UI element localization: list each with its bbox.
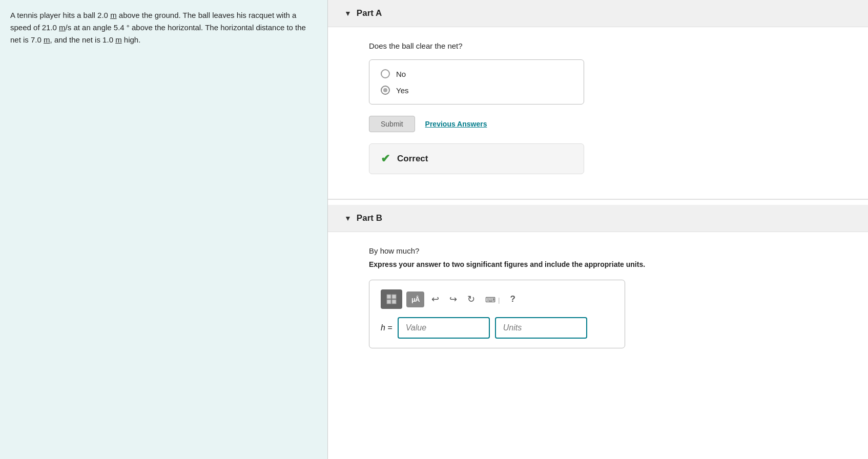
part-a-header[interactable]: ▼ Part A xyxy=(328,0,868,27)
undo-icon: ↩ xyxy=(431,294,439,304)
radio-no[interactable] xyxy=(381,69,390,78)
part-a-chevron: ▼ xyxy=(344,9,352,17)
part-b-question: By how much? xyxy=(369,246,827,255)
radio-yes[interactable] xyxy=(381,86,390,95)
part-b-instruction: Express your answer to two significant f… xyxy=(369,260,827,268)
part-b-chevron: ▼ xyxy=(344,214,352,222)
svg-rect-1 xyxy=(392,295,396,299)
symbol-icon: μÅ xyxy=(411,296,419,303)
help-button[interactable]: ? xyxy=(507,292,518,306)
problem-panel: A tennis player hits a ball 2.0 m above … xyxy=(0,0,328,459)
help-icon: ? xyxy=(510,294,515,304)
part-b-content: By how much? Express your answer to two … xyxy=(328,232,868,363)
svg-rect-2 xyxy=(387,300,391,304)
answer-panel: ▼ Part A Does the ball clear the net? No… xyxy=(328,0,868,459)
part-a-question: Does the ball clear the net? xyxy=(369,41,827,50)
option-no-label: No xyxy=(396,70,406,78)
answer-area: μÅ ↩ ↪ ↻ ⌨ | xyxy=(369,280,625,348)
svg-rect-0 xyxy=(387,295,391,299)
option-no[interactable]: No xyxy=(381,69,572,78)
options-box: No Yes xyxy=(369,59,584,105)
refresh-icon: ↻ xyxy=(467,294,475,304)
part-b-title: Part B xyxy=(357,213,382,223)
keyboard-separator: | xyxy=(498,297,500,304)
part-a-title: Part A xyxy=(357,8,382,18)
part-a-content: Does the ball clear the net? No Yes Subm… xyxy=(328,27,868,194)
keyboard-button[interactable]: ⌨ | xyxy=(482,292,503,307)
toolbar: μÅ ↩ ↪ ↻ ⌨ | xyxy=(381,289,613,309)
redo-button[interactable]: ↪ xyxy=(446,291,460,307)
input-label: h = xyxy=(381,323,392,332)
checkmark-icon: ✔ xyxy=(381,152,390,165)
symbol-button[interactable]: μÅ xyxy=(406,291,424,307)
submit-button[interactable]: Submit xyxy=(369,116,415,132)
part-b-header[interactable]: ▼ Part B xyxy=(328,205,868,232)
undo-button[interactable]: ↩ xyxy=(428,291,442,307)
option-yes[interactable]: Yes xyxy=(381,86,572,95)
units-input[interactable] xyxy=(495,317,587,339)
submit-row: Submit Previous Answers xyxy=(369,116,827,132)
keyboard-icon: ⌨ xyxy=(485,296,495,304)
value-input[interactable] xyxy=(398,317,490,339)
redo-icon: ↪ xyxy=(449,294,457,304)
input-row: h = xyxy=(381,317,613,339)
refresh-button[interactable]: ↻ xyxy=(464,291,478,307)
correct-text: Correct xyxy=(397,154,428,164)
previous-answers-link[interactable]: Previous Answers xyxy=(425,120,487,128)
problem-text: A tennis player hits a ball 2.0 m above … xyxy=(10,9,317,46)
correct-box: ✔ Correct xyxy=(369,143,584,174)
svg-rect-3 xyxy=(392,300,396,304)
blocks-icon xyxy=(386,294,397,305)
option-yes-label: Yes xyxy=(396,86,408,95)
part-divider xyxy=(328,199,868,200)
blocks-button[interactable] xyxy=(381,289,402,309)
